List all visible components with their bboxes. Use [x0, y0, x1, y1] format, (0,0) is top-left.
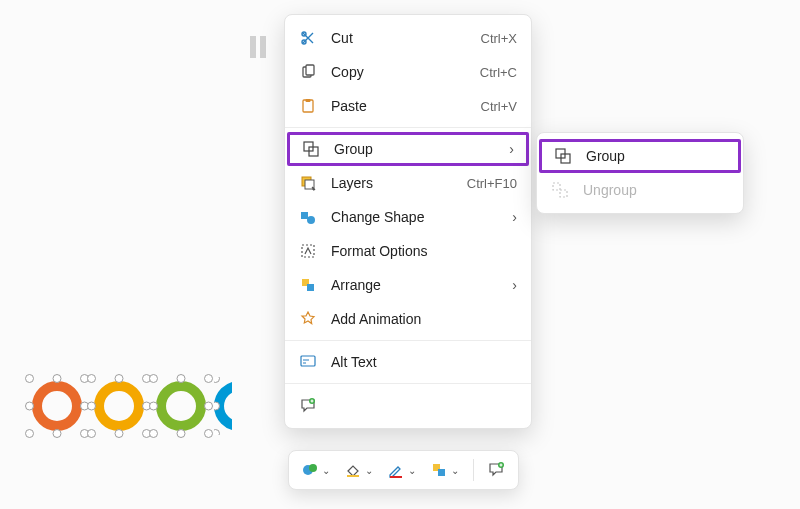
- mini-shape-fill[interactable]: ⌄: [340, 457, 377, 483]
- svg-rect-15: [301, 356, 315, 366]
- chevron-right-icon: ›: [509, 141, 514, 157]
- new-comment-icon: [488, 461, 506, 479]
- format-options-icon: [299, 242, 317, 260]
- arrange-icon: [430, 461, 448, 479]
- fill-bucket-icon: [344, 461, 362, 479]
- svg-rect-10: [301, 212, 308, 219]
- scissors-icon: [299, 29, 317, 47]
- menu-alt-text[interactable]: Alt Text: [285, 345, 531, 379]
- dropdown-icon: ⌄: [322, 465, 330, 476]
- menu-add-animation[interactable]: Add Animation: [285, 302, 531, 336]
- dropdown-icon: ⌄: [365, 465, 373, 476]
- svg-rect-5: [306, 99, 311, 102]
- menu-layers[interactable]: Layers Ctrl+F10: [285, 166, 531, 200]
- svg-rect-23: [347, 475, 359, 477]
- outline-pen-icon: [387, 461, 405, 479]
- dropdown-icon: ⌄: [451, 465, 459, 476]
- menu-label: Copy: [331, 64, 466, 80]
- menu-label: Arrange: [331, 277, 498, 293]
- layers-icon: [299, 174, 317, 192]
- svg-point-22: [309, 464, 317, 472]
- group-icon: [302, 140, 320, 158]
- context-menu: Cut Ctrl+X Copy Ctrl+C Paste Ctrl+V Grou…: [284, 14, 532, 429]
- menu-label: Ungroup: [583, 182, 729, 198]
- copy-icon: [299, 63, 317, 81]
- svg-rect-3: [306, 65, 314, 75]
- svg-rect-24: [390, 476, 402, 478]
- group-submenu: Group Ungroup: [536, 132, 744, 214]
- chevron-right-icon: ›: [512, 277, 517, 293]
- shape-amber[interactable]: [90, 377, 148, 435]
- menu-shortcut: Ctrl+V: [481, 99, 517, 114]
- submenu-group[interactable]: Group: [539, 139, 741, 173]
- chevron-right-icon: ›: [512, 209, 517, 225]
- menu-copy[interactable]: Copy Ctrl+C: [285, 55, 531, 89]
- svg-point-11: [307, 216, 315, 224]
- menu-separator: [285, 340, 531, 341]
- alt-text-icon: [299, 353, 317, 371]
- shape-green[interactable]: [152, 377, 210, 435]
- svg-rect-20: [560, 190, 567, 197]
- menu-label: Add Animation: [331, 311, 517, 327]
- selected-shapes-group[interactable]: [28, 377, 232, 435]
- mini-shape-outline[interactable]: ⌄: [383, 457, 420, 483]
- menu-shortcut: Ctrl+C: [480, 65, 517, 80]
- shape-blue-partial[interactable]: [214, 377, 232, 435]
- menu-shortcut: Ctrl+F10: [467, 176, 517, 191]
- menu-shortcut: Ctrl+X: [481, 31, 517, 46]
- shape-orange[interactable]: [28, 377, 86, 435]
- group-icon: [554, 147, 572, 165]
- mini-arrange[interactable]: ⌄: [426, 457, 463, 483]
- svg-rect-14: [307, 284, 314, 291]
- menu-cut[interactable]: Cut Ctrl+X: [285, 21, 531, 55]
- change-shape-icon: [299, 208, 317, 226]
- mini-shape-style[interactable]: ⌄: [297, 457, 334, 483]
- dropdown-icon: ⌄: [408, 465, 416, 476]
- svg-rect-19: [553, 183, 560, 190]
- svg-rect-26: [438, 469, 445, 476]
- menu-format-options[interactable]: Format Options: [285, 234, 531, 268]
- mini-toolbar: ⌄ ⌄ ⌄ ⌄: [288, 450, 519, 490]
- drag-hint-bars: [250, 36, 266, 58]
- submenu-ungroup: Ungroup: [537, 173, 743, 207]
- ungroup-icon: [551, 181, 569, 199]
- menu-separator: [285, 127, 531, 128]
- new-comment-icon: [299, 396, 317, 414]
- arrange-icon: [299, 276, 317, 294]
- menu-label: Paste: [331, 98, 467, 114]
- menu-label: Format Options: [331, 243, 517, 259]
- menu-label: Group: [334, 141, 495, 157]
- menu-label: Alt Text: [331, 354, 517, 370]
- menu-change-shape[interactable]: Change Shape ›: [285, 200, 531, 234]
- menu-label: Cut: [331, 30, 467, 46]
- menu-label: Layers: [331, 175, 453, 191]
- mini-new-comment[interactable]: [484, 457, 510, 483]
- menu-separator: [285, 383, 531, 384]
- menu-new-comment[interactable]: [285, 388, 531, 422]
- toolbar-separator: [473, 459, 474, 481]
- shape-style-icon: [301, 461, 319, 479]
- menu-label: Change Shape: [331, 209, 498, 225]
- menu-arrange[interactable]: Arrange ›: [285, 268, 531, 302]
- paste-icon: [299, 97, 317, 115]
- menu-paste[interactable]: Paste Ctrl+V: [285, 89, 531, 123]
- menu-group[interactable]: Group ›: [287, 132, 529, 166]
- menu-label: Group: [586, 148, 726, 164]
- animation-icon: [299, 310, 317, 328]
